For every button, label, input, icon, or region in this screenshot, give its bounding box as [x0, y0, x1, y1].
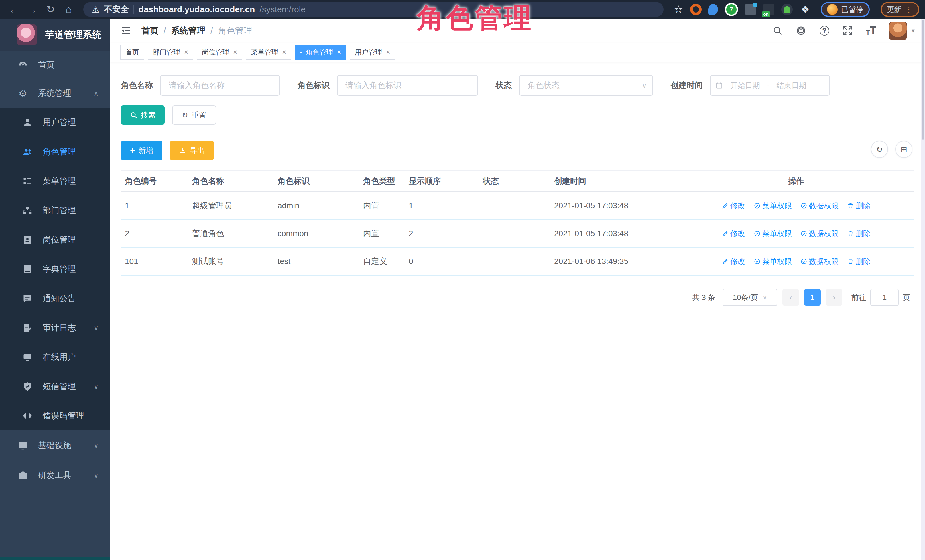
- data-permission-link[interactable]: 数据权限: [800, 201, 839, 211]
- next-page-button[interactable]: ›: [826, 289, 842, 306]
- sidebar-item-menus[interactable]: 菜单管理: [0, 166, 110, 196]
- sidebar-item-posts[interactable]: 岗位管理: [0, 225, 110, 254]
- column-header: 状态: [483, 176, 554, 186]
- sidebar-logo[interactable]: 芋道管理系统: [0, 19, 110, 51]
- close-icon[interactable]: ×: [386, 48, 390, 56]
- menu-permission-link[interactable]: 菜单权限: [754, 257, 792, 267]
- tag-dept[interactable]: 部门管理×: [148, 45, 193, 60]
- prev-page-button[interactable]: ‹: [782, 289, 799, 306]
- role-code-input[interactable]: [337, 75, 478, 96]
- menu-permission-link[interactable]: 菜单权限: [754, 229, 792, 239]
- sidebar-item-notice[interactable]: 通知公告: [0, 284, 110, 313]
- extension-icon-orange-ring[interactable]: [690, 4, 702, 15]
- browser-menu-dots-icon[interactable]: ⋮: [905, 5, 913, 14]
- browser-profile-chip[interactable]: 已暂停: [821, 2, 870, 17]
- tag-role-active[interactable]: ●角色管理×: [295, 45, 346, 60]
- sidebar-item-home[interactable]: 首页: [0, 51, 110, 79]
- sidebar-item-label: 角色管理: [43, 146, 76, 158]
- extension-icon-grid[interactable]: [745, 4, 756, 15]
- sidebar-item-dict[interactable]: 字典管理: [0, 254, 110, 284]
- extension-icon-blue-drop[interactable]: [708, 4, 718, 15]
- page-number-current[interactable]: 1: [804, 289, 821, 306]
- sidebar-item-users[interactable]: 用户管理: [0, 108, 110, 137]
- delete-link[interactable]: 删除: [847, 257, 871, 267]
- sidebar-item-error-codes[interactable]: 错误码管理: [0, 401, 110, 430]
- browser-extensions: ☆ 7 on ❖ 已暂停 更新 ⋮: [674, 2, 919, 17]
- extensions-puzzle-icon[interactable]: ❖: [800, 4, 811, 15]
- refresh-table-button[interactable]: ↻: [871, 141, 888, 158]
- tag-menu[interactable]: 菜单管理×: [246, 45, 291, 60]
- sidebar-item-online-users[interactable]: 在线用户: [0, 342, 110, 372]
- edit-link[interactable]: 修改: [722, 257, 745, 267]
- role-name-input[interactable]: [160, 75, 280, 96]
- extension-icon-switch[interactable]: on: [763, 4, 774, 15]
- sidebar-item-sms[interactable]: 短信管理 ∨: [0, 372, 110, 401]
- browser-reload-icon[interactable]: ↻: [43, 2, 58, 17]
- page-scrollbar[interactable]: [921, 19, 925, 560]
- docs-question-icon[interactable]: ?: [819, 25, 830, 36]
- data-permission-link[interactable]: 数据权限: [800, 257, 839, 267]
- breadcrumb-home[interactable]: 首页: [142, 25, 158, 37]
- close-icon[interactable]: ×: [337, 48, 341, 56]
- page-size-select[interactable]: 10条/页 ∨: [723, 289, 777, 306]
- circle-check-icon: [800, 230, 807, 237]
- browser-forward-icon[interactable]: →: [24, 2, 40, 17]
- tree-table-icon: [22, 176, 33, 186]
- address-bar[interactable]: ⚠ 不安全 dashboard.yudao.iocoder.cn /system…: [83, 2, 664, 17]
- tag-post[interactable]: 岗位管理×: [197, 45, 242, 60]
- search-icon[interactable]: [772, 25, 783, 36]
- close-icon[interactable]: ×: [184, 48, 188, 56]
- date-range-picker[interactable]: -: [710, 75, 830, 96]
- browser-home-icon[interactable]: ⌂: [61, 2, 76, 17]
- search-button[interactable]: 搜索: [121, 105, 165, 125]
- tag-home[interactable]: 首页: [120, 45, 144, 60]
- sidebar-item-roles[interactable]: 角色管理: [0, 137, 110, 166]
- font-size-icon[interactable]: TT: [865, 25, 877, 36]
- security-warning-label: 不安全: [104, 4, 129, 15]
- tag-user[interactable]: 用户管理×: [350, 45, 395, 60]
- table-toolbar: + 新增 导出 ↻ ⊞: [121, 141, 914, 160]
- github-icon[interactable]: [795, 25, 807, 36]
- delete-link[interactable]: 删除: [847, 229, 871, 239]
- sidebar-item-label: 用户管理: [43, 117, 76, 128]
- cell-role-id: 2: [121, 229, 192, 238]
- extension-icon-green-bug[interactable]: [781, 4, 793, 15]
- avatar: [889, 22, 907, 40]
- browser-update-chip[interactable]: 更新 ⋮: [881, 2, 919, 17]
- table-row: 2 普通角色 common 内置 2 2021-01-05 17:03:48 修…: [121, 220, 914, 248]
- sidebar-item-system[interactable]: ⚙ 系统管理 ∧: [0, 79, 110, 108]
- browser-back-icon[interactable]: ←: [6, 2, 22, 17]
- browser-profile-avatar: [827, 4, 838, 15]
- sidebar-item-devtools[interactable]: 研发工具 ∨: [0, 460, 110, 490]
- menu-permission-link[interactable]: 菜单权限: [754, 201, 792, 211]
- add-button[interactable]: + 新增: [121, 141, 163, 160]
- magnifier-icon: [130, 111, 137, 119]
- column-settings-button[interactable]: ⊞: [895, 141, 913, 158]
- close-icon[interactable]: ×: [233, 48, 237, 56]
- status-select[interactable]: [519, 75, 653, 96]
- badge-icon: [22, 235, 33, 245]
- edit-link[interactable]: 修改: [722, 201, 745, 211]
- extension-icon-green-7[interactable]: 7: [725, 3, 738, 16]
- scrollbar-thumb[interactable]: [922, 20, 924, 140]
- range-separator: -: [767, 81, 770, 90]
- data-permission-link[interactable]: 数据权限: [800, 229, 839, 239]
- delete-link[interactable]: 删除: [847, 201, 871, 211]
- goto-page-input[interactable]: [870, 289, 899, 306]
- reset-button[interactable]: ↻ 重置: [172, 105, 216, 125]
- edit-link[interactable]: 修改: [722, 229, 745, 239]
- sidebar-item-depts[interactable]: 部门管理: [0, 196, 110, 225]
- close-icon[interactable]: ×: [282, 48, 286, 56]
- hamburger-icon[interactable]: [120, 24, 133, 37]
- fullscreen-icon[interactable]: [842, 25, 853, 36]
- user-avatar-menu[interactable]: ▾: [889, 22, 915, 40]
- export-button[interactable]: 导出: [170, 141, 214, 160]
- column-header: 角色类型: [363, 176, 409, 186]
- breadcrumb-system[interactable]: 系统管理: [171, 25, 205, 37]
- start-date-input[interactable]: [725, 81, 765, 90]
- bookmark-star-icon[interactable]: ☆: [674, 3, 683, 15]
- sidebar-item-infrastructure[interactable]: 基础设施 ∨: [0, 430, 110, 460]
- pencil-icon: [722, 230, 729, 237]
- sidebar-item-audit-log[interactable]: 审计日志 ∨: [0, 313, 110, 342]
- end-date-input[interactable]: [772, 81, 811, 90]
